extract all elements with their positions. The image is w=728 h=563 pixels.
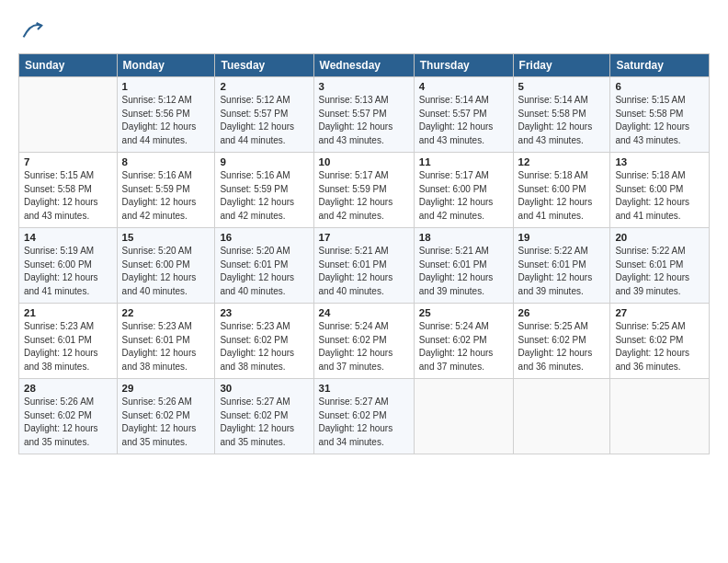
day-number: 8: [122, 156, 210, 167]
day-cell: 30Sunrise: 5:27 AM Sunset: 6:02 PM Dayli…: [215, 379, 313, 454]
day-detail: Sunrise: 5:24 AM Sunset: 6:02 PM Dayligh…: [419, 320, 508, 373]
day-number: 29: [122, 383, 210, 394]
col-header-thursday: Thursday: [414, 54, 513, 77]
day-detail: Sunrise: 5:16 AM Sunset: 5:59 PM Dayligh…: [122, 169, 210, 223]
day-detail: Sunrise: 5:23 AM Sunset: 6:02 PM Dayligh…: [220, 320, 308, 373]
day-number: 7: [24, 156, 112, 167]
week-row-2: 7Sunrise: 5:15 AM Sunset: 5:58 PM Daylig…: [19, 153, 710, 228]
day-number: 13: [615, 156, 704, 167]
day-number: 19: [518, 232, 606, 243]
day-cell: 20Sunrise: 5:22 AM Sunset: 6:01 PM Dayli…: [610, 228, 710, 304]
day-detail: Sunrise: 5:12 AM Sunset: 5:57 PM Dayligh…: [220, 94, 308, 147]
day-number: 11: [419, 156, 508, 167]
day-detail: Sunrise: 5:22 AM Sunset: 6:01 PM Dayligh…: [615, 245, 704, 298]
col-header-tuesday: Tuesday: [215, 54, 313, 77]
day-cell: 4Sunrise: 5:14 AM Sunset: 5:57 PM Daylig…: [414, 77, 513, 153]
day-detail: Sunrise: 5:26 AM Sunset: 6:02 PM Dayligh…: [122, 396, 210, 449]
day-cell: 6Sunrise: 5:15 AM Sunset: 5:58 PM Daylig…: [610, 77, 710, 153]
day-detail: Sunrise: 5:27 AM Sunset: 6:02 PM Dayligh…: [319, 396, 409, 449]
day-detail: Sunrise: 5:21 AM Sunset: 6:01 PM Dayligh…: [419, 245, 508, 298]
day-number: 3: [319, 81, 409, 92]
day-cell: 14Sunrise: 5:19 AM Sunset: 6:00 PM Dayli…: [19, 228, 118, 304]
day-cell: 2Sunrise: 5:12 AM Sunset: 5:57 PM Daylig…: [215, 77, 313, 153]
week-row-5: 28Sunrise: 5:26 AM Sunset: 6:02 PM Dayli…: [19, 379, 710, 454]
day-cell: 29Sunrise: 5:26 AM Sunset: 6:02 PM Dayli…: [117, 379, 215, 454]
day-cell: 23Sunrise: 5:23 AM Sunset: 6:02 PM Dayli…: [215, 304, 313, 379]
day-number: 21: [24, 307, 112, 318]
day-cell: 8Sunrise: 5:16 AM Sunset: 5:59 PM Daylig…: [117, 153, 215, 228]
col-header-saturday: Saturday: [610, 54, 710, 77]
day-detail: Sunrise: 5:23 AM Sunset: 6:01 PM Dayligh…: [24, 320, 112, 373]
day-detail: Sunrise: 5:27 AM Sunset: 6:02 PM Dayligh…: [220, 396, 308, 449]
day-number: 31: [319, 383, 409, 394]
day-cell: 10Sunrise: 5:17 AM Sunset: 5:59 PM Dayli…: [313, 153, 414, 228]
day-detail: Sunrise: 5:19 AM Sunset: 6:00 PM Dayligh…: [24, 245, 112, 298]
day-cell: 27Sunrise: 5:25 AM Sunset: 6:02 PM Dayli…: [610, 304, 710, 379]
day-cell: 28Sunrise: 5:26 AM Sunset: 6:02 PM Dayli…: [19, 379, 118, 454]
day-cell: 22Sunrise: 5:23 AM Sunset: 6:01 PM Dayli…: [117, 304, 215, 379]
day-detail: Sunrise: 5:15 AM Sunset: 5:58 PM Dayligh…: [24, 169, 112, 223]
page: SundayMondayTuesdayWednesdayThursdayFrid…: [0, 0, 728, 467]
day-cell: 3Sunrise: 5:13 AM Sunset: 5:57 PM Daylig…: [313, 77, 414, 153]
day-detail: Sunrise: 5:21 AM Sunset: 6:01 PM Dayligh…: [319, 245, 409, 298]
day-cell: [19, 77, 118, 153]
day-detail: Sunrise: 5:17 AM Sunset: 5:59 PM Dayligh…: [319, 169, 409, 223]
day-cell: 12Sunrise: 5:18 AM Sunset: 6:00 PM Dayli…: [513, 153, 610, 228]
day-number: 23: [220, 307, 308, 318]
day-cell: 21Sunrise: 5:23 AM Sunset: 6:01 PM Dayli…: [19, 304, 118, 379]
week-row-4: 21Sunrise: 5:23 AM Sunset: 6:01 PM Dayli…: [19, 304, 710, 379]
day-cell: 9Sunrise: 5:16 AM Sunset: 5:59 PM Daylig…: [215, 153, 313, 228]
day-number: 1: [122, 81, 210, 92]
day-number: 14: [24, 232, 112, 243]
day-detail: Sunrise: 5:26 AM Sunset: 6:02 PM Dayligh…: [24, 396, 112, 449]
day-number: 10: [319, 156, 409, 167]
day-detail: Sunrise: 5:25 AM Sunset: 6:02 PM Dayligh…: [518, 320, 606, 373]
day-detail: Sunrise: 5:13 AM Sunset: 5:57 PM Dayligh…: [319, 94, 409, 147]
day-number: 4: [419, 81, 508, 92]
day-number: 9: [220, 156, 308, 167]
day-cell: 15Sunrise: 5:20 AM Sunset: 6:00 PM Dayli…: [117, 228, 215, 304]
day-number: 25: [419, 307, 508, 318]
day-number: 28: [24, 383, 112, 394]
day-cell: 19Sunrise: 5:22 AM Sunset: 6:01 PM Dayli…: [513, 228, 610, 304]
header: [18, 17, 710, 42]
day-cell: 13Sunrise: 5:18 AM Sunset: 6:00 PM Dayli…: [610, 153, 710, 228]
day-cell: 1Sunrise: 5:12 AM Sunset: 5:56 PM Daylig…: [117, 77, 215, 153]
day-detail: Sunrise: 5:20 AM Sunset: 6:00 PM Dayligh…: [122, 245, 210, 298]
col-header-sunday: Sunday: [19, 54, 118, 77]
day-number: 26: [518, 307, 606, 318]
svg-rect-0: [18, 17, 44, 42]
day-detail: Sunrise: 5:22 AM Sunset: 6:01 PM Dayligh…: [518, 245, 606, 298]
day-cell: 18Sunrise: 5:21 AM Sunset: 6:01 PM Dayli…: [414, 228, 513, 304]
day-cell: 11Sunrise: 5:17 AM Sunset: 6:00 PM Dayli…: [414, 153, 513, 228]
day-cell: [610, 379, 710, 454]
day-cell: 7Sunrise: 5:15 AM Sunset: 5:58 PM Daylig…: [19, 153, 118, 228]
day-cell: 26Sunrise: 5:25 AM Sunset: 6:02 PM Dayli…: [513, 304, 610, 379]
day-detail: Sunrise: 5:18 AM Sunset: 6:00 PM Dayligh…: [518, 169, 606, 223]
day-number: 16: [220, 232, 308, 243]
day-cell: 25Sunrise: 5:24 AM Sunset: 6:02 PM Dayli…: [414, 304, 513, 379]
logo-icon: [18, 17, 44, 42]
calendar-table: SundayMondayTuesdayWednesdayThursdayFrid…: [18, 53, 710, 454]
day-number: 6: [615, 81, 704, 92]
day-number: 2: [220, 81, 308, 92]
day-cell: 24Sunrise: 5:24 AM Sunset: 6:02 PM Dayli…: [313, 304, 414, 379]
day-cell: 5Sunrise: 5:14 AM Sunset: 5:58 PM Daylig…: [513, 77, 610, 153]
day-number: 5: [518, 81, 606, 92]
day-number: 24: [319, 307, 409, 318]
day-detail: Sunrise: 5:20 AM Sunset: 6:01 PM Dayligh…: [220, 245, 308, 298]
day-detail: Sunrise: 5:24 AM Sunset: 6:02 PM Dayligh…: [319, 320, 409, 373]
day-detail: Sunrise: 5:25 AM Sunset: 6:02 PM Dayligh…: [615, 320, 704, 373]
day-number: 20: [615, 232, 704, 243]
day-cell: 17Sunrise: 5:21 AM Sunset: 6:01 PM Dayli…: [313, 228, 414, 304]
week-row-1: 1Sunrise: 5:12 AM Sunset: 5:56 PM Daylig…: [19, 77, 710, 153]
day-detail: Sunrise: 5:15 AM Sunset: 5:58 PM Dayligh…: [615, 94, 704, 147]
day-number: 27: [615, 307, 704, 318]
col-header-wednesday: Wednesday: [313, 54, 414, 77]
day-detail: Sunrise: 5:14 AM Sunset: 5:57 PM Dayligh…: [419, 94, 508, 147]
day-cell: 16Sunrise: 5:20 AM Sunset: 6:01 PM Dayli…: [215, 228, 313, 304]
day-cell: 31Sunrise: 5:27 AM Sunset: 6:02 PM Dayli…: [313, 379, 414, 454]
day-detail: Sunrise: 5:18 AM Sunset: 6:00 PM Dayligh…: [615, 169, 704, 223]
day-number: 17: [319, 232, 409, 243]
day-detail: Sunrise: 5:16 AM Sunset: 5:59 PM Dayligh…: [220, 169, 308, 223]
